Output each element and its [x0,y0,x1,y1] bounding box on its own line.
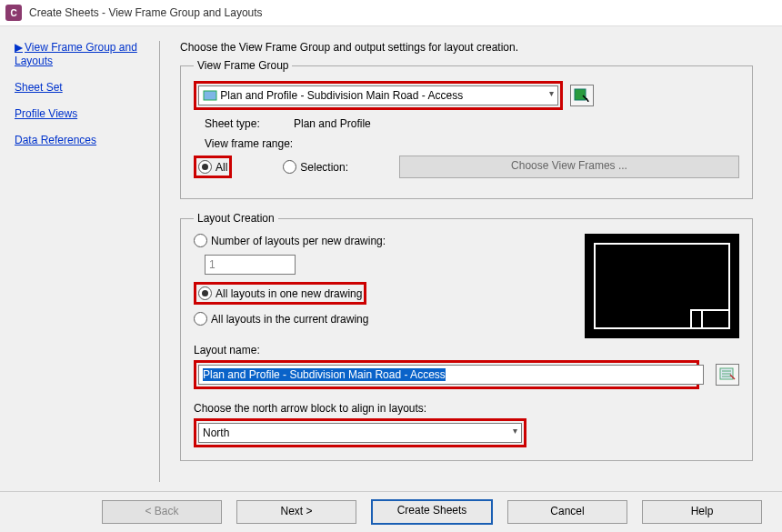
sheet-type-value: Plan and Profile [294,117,371,130]
sidebar-item-sheet-set[interactable]: Sheet Set [15,81,155,95]
radio-selection-label: Selection: [300,161,348,174]
north-arrow-value: North [203,427,229,439]
layout-preview [585,234,739,338]
sidebar-item-label: Profile Views [15,107,77,120]
dialog-window: C Create Sheets - View Frame Group and L… [0,0,782,532]
radio-dot-icon [198,160,212,174]
create-sheets-button[interactable]: Create Sheets [371,499,493,525]
svg-rect-0 [204,91,216,100]
pick-icon [574,88,590,103]
north-arrow-select[interactable]: North [198,423,522,443]
vfg-legend: View Frame Group [194,59,292,72]
radio-dot-icon [194,234,207,247]
radio-dot-icon [194,312,207,326]
layout-name-template-button[interactable] [716,364,739,386]
layout-name-value: Plan and Profile - Subdivision Main Road… [203,368,446,381]
layout-creation-fieldset: Layout Creation Number of layouts per ne… [180,212,753,461]
sidebar-item-label: View Frame Group and Layouts [15,41,137,67]
template-icon [719,367,736,382]
sidebar-item-profile-views[interactable]: Profile Views [15,107,155,121]
window-title: Create Sheets - View Frame Group and Lay… [29,6,263,19]
view-frame-group-fieldset: View Frame Group Plan and Profile - Subd… [180,59,753,199]
radio-dot-icon [283,160,296,174]
view-frame-range-label: View frame range: [205,137,739,150]
layout-legend: Layout Creation [194,212,278,225]
radio-all-one-label: All layouts in one new drawing [216,287,362,300]
help-button[interactable]: Help [642,500,762,524]
sidebar-item-label: Sheet Set [15,81,63,94]
pick-from-drawing-button[interactable] [570,85,594,106]
sidebar-item-data-references[interactable]: Data References [15,134,155,147]
instruction-text: Choose the View Frame Group and output s… [180,41,753,54]
radio-number-of-layouts[interactable]: Number of layouts per new drawing: [194,234,386,247]
radio-all[interactable]: All [198,160,227,174]
radio-selection[interactable]: Selection: [283,160,348,174]
view-frame-group-select[interactable]: Plan and Profile - Subdivision Main Road… [198,85,558,105]
dialog-footer: < Back Next > Create Sheets Cancel Help [0,491,782,532]
radio-dot-icon [198,286,212,300]
radio-num-label: Number of layouts per new drawing: [211,235,386,247]
svg-rect-1 [575,89,586,100]
titlebar: C Create Sheets - View Frame Group and L… [0,0,782,26]
radio-all-layouts-current-drawing[interactable]: All layouts in the current drawing [194,312,368,326]
main-panel: Choose the View Frame Group and output s… [160,41,773,482]
layout-name-input[interactable]: Plan and Profile - Subdivision Main Road… [198,365,704,385]
frame-group-icon [203,89,217,102]
back-button[interactable]: < Back [102,500,222,524]
next-button[interactable]: Next > [236,500,356,524]
choose-view-frames-button[interactable]: Choose View Frames ... [399,156,739,178]
sidebar-item-label: Data References [15,134,96,146]
num-layouts-value: 1 [209,258,216,271]
layout-name-label: Layout name: [194,344,739,356]
num-layouts-input[interactable]: 1 [205,255,296,275]
wizard-sidebar: ▶View Frame Group and Layouts Sheet Set … [9,41,160,482]
app-icon: C [5,5,22,21]
sheet-type-label: Sheet type: [205,117,286,130]
radio-all-current-label: All layouts in the current drawing [211,313,368,326]
sidebar-item-view-frame-group[interactable]: ▶View Frame Group and Layouts [15,41,155,68]
cancel-button[interactable]: Cancel [507,500,627,524]
vfg-select-value: Plan and Profile - Subdivision Main Road… [220,89,463,102]
radio-all-label: All [216,161,227,174]
radio-all-layouts-one-drawing[interactable]: All layouts in one new drawing [198,286,362,300]
north-arrow-label: Choose the north arrow block to align in… [194,402,739,415]
